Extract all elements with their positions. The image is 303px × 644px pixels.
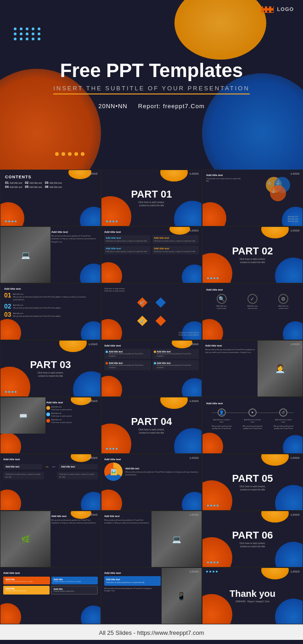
check-icon: ✓ (247, 294, 258, 304)
part04-text: PART 04 Click here to add content,conten… (131, 417, 172, 435)
person-icon: 👤 (218, 408, 226, 417)
slide-quad-cards[interactable]: Add title text Add title text We provide… (101, 340, 202, 397)
slide-logo: LOGO (190, 400, 199, 402)
slide-logo: LOGO (89, 400, 98, 402)
slide-logo: LOGO (291, 457, 300, 459)
slide-part04[interactable]: PART 04 Click here to add content,conten… (101, 397, 202, 454)
hero-title: Free PPT Templates (60, 60, 243, 81)
slide-logo: LOGO (89, 172, 98, 175)
slide-logo: LOGO (190, 513, 199, 516)
slide-photo: 💻 (0, 227, 50, 283)
hero-blob-yellow (174, 0, 266, 60)
slide-num-list[interactable]: Add title text 01 Add title textWe provi… (0, 283, 101, 340)
quad-cards-content: Add title text Add title text We provide… (104, 344, 199, 370)
slide-part06[interactable]: PART 06 Click here to add content,conten… (202, 511, 303, 567)
slide-photo-text[interactable]: 💻 Add title text We provide professional… (0, 226, 101, 283)
diamond-labels: Click here to add content Click here to … (104, 287, 124, 292)
hero-logo: LOGO (261, 6, 294, 13)
gear-icon: ⚙ (278, 294, 288, 304)
part06-text: PART 06 Click here to add content,conten… (232, 530, 273, 548)
hero-blob-orange (0, 69, 101, 170)
slide-logo: LOGO (291, 343, 300, 346)
hero-subtitle: Insert the subtitle of your presentation (53, 85, 250, 94)
slide-donut-card[interactable]: Add title text 🖼️ Add title text We prov… (101, 454, 202, 511)
laptop-text: Add title text We provide professional-q… (101, 511, 153, 567)
slide-logo: LOGO (291, 570, 300, 573)
slide-photo-timeline[interactable]: ⌨️ Add title text Add title textClick he… (0, 397, 101, 454)
hero-dots-orange (55, 152, 84, 156)
diamond-grid: ⚓ ⚓ (133, 293, 170, 330)
slide-part02[interactable]: PART 02 Click here to add content,conten… (202, 226, 303, 283)
slide-part01[interactable]: PART 01 Click here to add content,conten… (101, 170, 202, 226)
search-icon: 🔍 (217, 294, 227, 304)
part03-text: PART 03 Click here to add content,conten… (30, 360, 71, 378)
slide-part05[interactable]: PART 05 Click here to add content,conten… (202, 454, 303, 511)
hero-dots-blue (14, 28, 41, 40)
slide-photo2-img: 📱 (162, 568, 202, 624)
slide-photo-laptop[interactable]: 💻 Add title text We provide professional… (101, 511, 202, 567)
logo-dot-pattern (261, 6, 274, 13)
hero-date: 20NN•NN (98, 103, 128, 110)
slide-contents[interactable]: CONTENTS 01Add title text 02Add title te… (0, 170, 101, 226)
color-boxes-content: Add title text Add title Content content… (3, 572, 98, 594)
part02-text: PART 02 Click here to add content,conten… (232, 246, 273, 264)
hero-meta: 20NN•NN Report: freeppt7.Com (98, 103, 205, 110)
slide-photo-left[interactable]: 🌿 Add title text We provide professional… (0, 511, 101, 567)
venn-diagram: ⚓ ⚓ ⚓ (266, 177, 298, 202)
slide-color-boxes[interactable]: Add title text Add title Content content… (0, 567, 101, 624)
hero-report: Report: freeppt7.Com (138, 103, 205, 110)
slide-icon-timeline[interactable]: Add title text 👤 Add title text content … (202, 397, 303, 454)
part01-text: PART 01 Click here to add content,conten… (131, 189, 172, 207)
timeline-content: Add title text Add title textClick here … (44, 397, 101, 453)
footer-text: All 25 Slides - https://www.freeppt7.com (99, 629, 204, 636)
contents-inner: CONTENTS 01Add title text 02Add title te… (5, 175, 62, 189)
slide-logo: LOGO (89, 457, 98, 459)
num-list-content: Add title text 01 Add title textWe provi… (4, 287, 97, 318)
contents-dots (5, 220, 17, 222)
slide-photo-tl: ⌨️ (0, 397, 45, 434)
photo-right-text: Add title text We provide professional-q… (202, 341, 259, 396)
slide-venn[interactable]: Add title text Placeholder text content … (202, 170, 303, 226)
slide-logo: LOGO (89, 513, 98, 516)
part05-text: PART 05 Click here to add content,conten… (232, 473, 273, 491)
slide-logo: LOGO (190, 229, 199, 232)
slide-diamond-grid[interactable]: ⚓ ⚓ Click here to add content Click here… (101, 283, 202, 340)
arrow-compare-content: Add title text Add title text → ← Add ti… (3, 458, 98, 479)
slide-logo: LOGO (190, 457, 199, 459)
slide-photo-left-img: 🌿 (0, 511, 50, 567)
photo-text2-content: Add title text Add title text Click here… (101, 568, 163, 624)
slide-icon-row[interactable]: Add title text 🔍 Add title textcontent c… (202, 283, 303, 340)
photo-left-text: Add title text We provide professional-q… (49, 511, 101, 567)
slide-photo-laptop-img: 💻 (152, 511, 202, 567)
slide-logo: LOGO (89, 343, 98, 346)
slide-logo: LOGO (291, 513, 300, 516)
slide-arrow-compare[interactable]: Add title text Add title text → ← Add ti… (0, 454, 101, 511)
thankyou-text: Thank you 20NN•NN Report: freeppt7.Com (230, 589, 275, 603)
refresh-icon: ↺ (279, 408, 287, 417)
venn-labels: Add title text Add title text Add title … (288, 215, 298, 222)
icon-timeline-content: Add title text 👤 Add title text content … (206, 402, 299, 429)
star-icon: ✦ (248, 408, 257, 417)
slide-logo: LOGO (190, 172, 199, 175)
donut-card-content: Add title text 🖼️ Add title text We prov… (104, 458, 199, 481)
photo-text-title: Add title text (51, 231, 98, 233)
thankyou-dots (206, 571, 218, 572)
slide-logo: LOGO (190, 343, 199, 346)
slide-logo: LOGO (291, 172, 300, 175)
icon-row-content: Add title text 🔍 Add title textcontent c… (206, 288, 299, 309)
slide-two-col[interactable]: Add title text Add title text Click here… (101, 226, 202, 283)
hero-slide: LOGO Free PPT Templates Insert the subti… (0, 0, 303, 170)
contents-row1: 01Add title text 02Add title text 03Add … (5, 181, 62, 184)
venn-title: Add title text (206, 174, 243, 176)
contents-row2: 04Add title text 05Add title text 06Add … (5, 185, 62, 188)
donut-icon: 🖼️ (104, 462, 123, 481)
slide-photo-right-img: 👩‍💼 (258, 341, 303, 396)
slide-thankyou[interactable]: Thank you 20NN•NN Report: freeppt7.Com L… (202, 567, 303, 624)
slides-grid: CONTENTS 01Add title text 02Add title te… (0, 170, 303, 624)
slide-logo: LOGO (190, 570, 199, 573)
contents-title: CONTENTS (5, 175, 62, 179)
two-col-content: Add title text Add title text Click here… (104, 231, 199, 254)
slide-photo-text2[interactable]: 📱 Add title text Add title text Click he… (101, 567, 202, 624)
slide-part03[interactable]: PART 03 Click here to add content,conten… (0, 340, 101, 397)
slide-photo-right[interactable]: 👩‍💼 Add title text We provide profession… (202, 340, 303, 397)
